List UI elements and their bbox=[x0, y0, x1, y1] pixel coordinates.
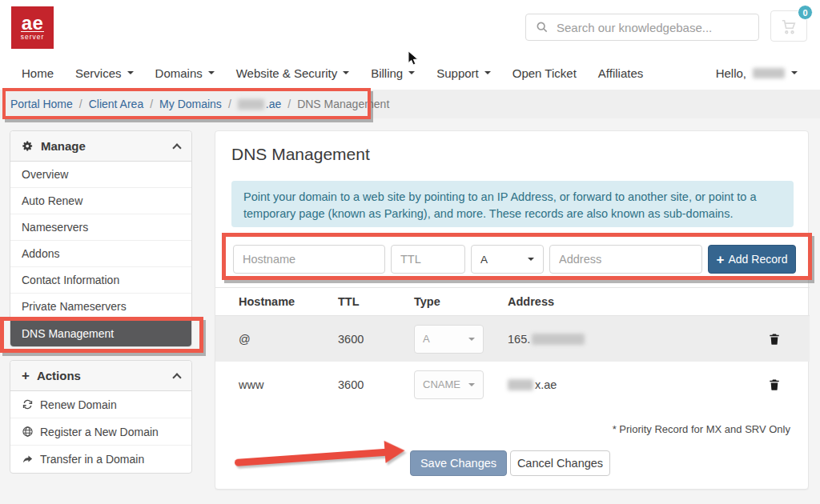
breadcrumb: Portal Home / Client Area / My Domains /… bbox=[0, 90, 820, 118]
cart-count-badge: 0 bbox=[798, 5, 813, 20]
dns-management-card: DNS Management Point your domain to a we… bbox=[215, 130, 809, 490]
plus-icon: + bbox=[22, 369, 30, 382]
sidebar-item-private-nameservers[interactable]: Private Nameservers bbox=[10, 294, 191, 320]
priority-footnote: * Priority Record for MX and SRV Only bbox=[613, 423, 790, 435]
trash-icon bbox=[768, 332, 781, 346]
nav-item-website-security[interactable]: Website & Security bbox=[236, 66, 349, 80]
nav-item-domains[interactable]: Domains bbox=[155, 66, 215, 80]
plus-icon: + bbox=[717, 253, 725, 266]
delete-record-button[interactable] bbox=[768, 378, 792, 391]
nav-item-affiliates[interactable]: Affiliates bbox=[598, 66, 643, 80]
search-input[interactable] bbox=[557, 21, 749, 34]
nav-item-services[interactable]: Services bbox=[75, 66, 134, 80]
manage-panel-header[interactable]: Manage bbox=[10, 131, 191, 162]
sidebar-item-contact-information[interactable]: Contact Information bbox=[10, 267, 191, 294]
col-address: Address bbox=[508, 295, 768, 308]
record-type-select[interactable]: A bbox=[471, 245, 544, 274]
user-menu[interactable]: Hello, bbox=[716, 62, 798, 83]
sidebar-item-nameservers[interactable]: Nameservers bbox=[10, 214, 191, 241]
breadcrumb-portal-home[interactable]: Portal Home bbox=[10, 98, 73, 110]
info-message: Point your domain to a web site by point… bbox=[231, 181, 794, 227]
trash-icon bbox=[768, 378, 781, 391]
col-ttl: TTL bbox=[338, 295, 414, 308]
sidebar-item-auto-renew[interactable]: Auto Renew bbox=[10, 188, 191, 214]
breadcrumb-current: DNS Management bbox=[297, 98, 389, 110]
actions-panel: + Actions Renew Domain Register a New Do… bbox=[10, 360, 192, 474]
chevron-down-icon bbox=[484, 71, 491, 74]
logo-subtext: server bbox=[21, 31, 45, 41]
save-changes-button[interactable]: Save Changes bbox=[410, 450, 507, 476]
address-input[interactable] bbox=[549, 245, 702, 274]
delete-record-button[interactable] bbox=[768, 332, 792, 346]
chevron-up-icon bbox=[172, 143, 181, 152]
search-icon bbox=[536, 21, 549, 34]
table-row: www 3600 CNAME x.ae bbox=[215, 362, 810, 407]
knowledgebase-search bbox=[525, 14, 759, 41]
chevron-down-icon bbox=[127, 71, 134, 74]
manage-panel-title: Manage bbox=[41, 139, 86, 153]
dns-management-page: ae server 0 Home Services Domains bbox=[0, 0, 820, 504]
record-type-select[interactable]: A bbox=[414, 325, 484, 354]
action-renew-domain[interactable]: Renew Domain bbox=[10, 391, 191, 418]
share-arrow-icon bbox=[22, 454, 34, 466]
sidebar-item-addons[interactable]: Addons bbox=[10, 241, 191, 267]
redacted-username bbox=[753, 68, 785, 78]
record-address: x.ae bbox=[508, 378, 768, 391]
chevron-down-icon bbox=[343, 71, 349, 74]
cart-button[interactable]: 0 bbox=[770, 10, 807, 42]
breadcrumb-domain[interactable]: .ae bbox=[238, 98, 281, 110]
dns-records-table: Hostname TTL Type Address @ 3600 A 165. bbox=[215, 287, 810, 407]
table-row: @ 3600 A 165. bbox=[215, 316, 810, 362]
record-address: 165. bbox=[508, 333, 768, 346]
nav-item-home[interactable]: Home bbox=[22, 66, 54, 80]
col-hostname: Hostname bbox=[239, 295, 338, 308]
actions-panel-header[interactable]: + Actions bbox=[10, 361, 191, 391]
chevron-down-icon bbox=[468, 383, 475, 386]
gear-icon bbox=[22, 140, 34, 152]
chevron-down-icon bbox=[791, 71, 798, 74]
add-record-form: A + Add Record bbox=[233, 245, 796, 274]
add-record-button[interactable]: + Add Record bbox=[708, 245, 796, 274]
record-hostname: @ bbox=[239, 333, 338, 346]
refresh-icon bbox=[22, 398, 34, 410]
manage-panel: Manage Overview Auto Renew Nameservers A… bbox=[10, 130, 192, 347]
record-ttl: 3600 bbox=[338, 378, 414, 391]
nav-item-open-ticket[interactable]: Open Ticket bbox=[512, 66, 577, 80]
chevron-down-icon bbox=[468, 338, 475, 341]
ttl-input[interactable] bbox=[391, 245, 465, 274]
globe-icon bbox=[22, 426, 34, 438]
nav-item-billing[interactable]: Billing bbox=[371, 66, 415, 80]
cancel-changes-button[interactable]: Cancel Changes bbox=[510, 450, 610, 476]
nav-item-support[interactable]: Support bbox=[436, 66, 491, 80]
greeting-label: Hello, bbox=[716, 66, 746, 80]
chevron-down-icon bbox=[208, 71, 215, 74]
record-type-select[interactable]: CNAME bbox=[414, 370, 484, 399]
sidebar-item-dns-management[interactable]: DNS Management bbox=[10, 320, 191, 346]
redacted-address bbox=[532, 334, 585, 345]
col-type: Type bbox=[414, 295, 508, 308]
logo-text: ae bbox=[22, 15, 44, 31]
actions-panel-title: Actions bbox=[37, 369, 81, 382]
main-nav: Home Services Domains Website & Security… bbox=[22, 62, 643, 83]
action-transfer-in-domain[interactable]: Transfer in a Domain bbox=[10, 446, 191, 473]
chevron-down-icon bbox=[528, 258, 534, 261]
chevron-up-icon bbox=[172, 373, 181, 382]
action-register-new-domain[interactable]: Register a New Domain bbox=[10, 418, 191, 446]
table-header-row: Hostname TTL Type Address bbox=[215, 287, 810, 316]
sidebar-item-overview[interactable]: Overview bbox=[10, 162, 191, 188]
cart-icon bbox=[780, 18, 798, 34]
redacted-address bbox=[508, 379, 533, 390]
ae-server-logo[interactable]: ae server bbox=[11, 6, 54, 49]
breadcrumb-client-area[interactable]: Client Area bbox=[89, 98, 143, 110]
hostname-input[interactable] bbox=[233, 245, 385, 274]
page-title: DNS Management bbox=[231, 145, 370, 164]
redacted-domain bbox=[238, 99, 264, 110]
chevron-down-icon bbox=[408, 71, 415, 74]
breadcrumb-my-domains[interactable]: My Domains bbox=[159, 98, 222, 110]
record-ttl: 3600 bbox=[338, 333, 414, 346]
record-hostname: www bbox=[239, 378, 338, 391]
